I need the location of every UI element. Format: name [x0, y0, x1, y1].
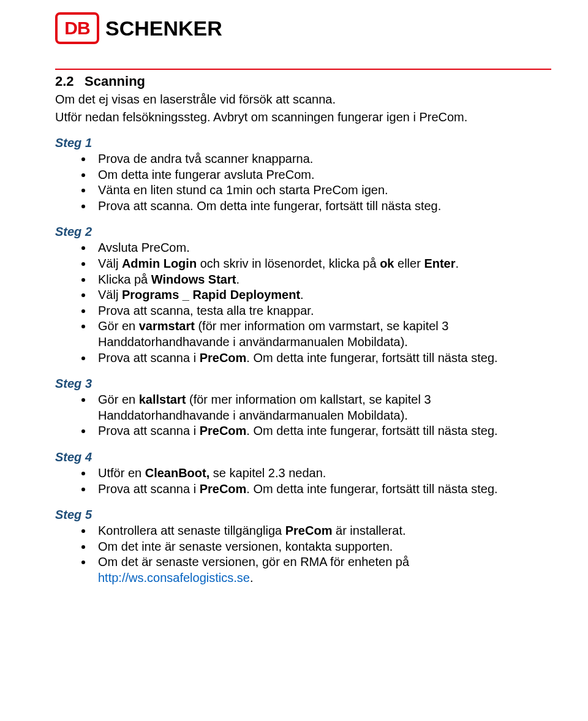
list-item: Prova att scanna. Om detta inte fungerar…	[93, 198, 551, 214]
list-item: Prova att scanna i PreCom. Om detta inte…	[93, 423, 551, 439]
step-4-list: Utför en CleanBoot, se kapitel 2.3 nedan…	[55, 466, 551, 497]
step-4-label: Steg 4	[55, 450, 551, 464]
db-logo-icon: DB	[55, 12, 99, 44]
intro-line-2: Utför nedan felsökningssteg. Avbryt om s…	[55, 110, 551, 125]
step-5-label: Steg 5	[55, 508, 551, 522]
section-title: Scanning	[85, 74, 145, 89]
intro-line-1: Om det ej visas en laserstråle vid försö…	[55, 92, 551, 107]
list-item: Gör en kallstart (för mer information om…	[93, 392, 551, 423]
list-item: Om detta inte fungerar avsluta PreCom.	[93, 167, 551, 183]
list-item: Utför en CleanBoot, se kapitel 2.3 nedan…	[93, 466, 551, 481]
section-heading: 2.2Scanning	[55, 74, 551, 89]
list-item: Välj Programs _ Rapid Deployment.	[93, 287, 551, 303]
step-5-list: Kontrollera att senaste tillgängliga Pre…	[55, 523, 551, 586]
divider	[55, 69, 551, 70]
section-number: 2.2	[55, 74, 85, 89]
schenker-wordmark: SCHENKER	[105, 17, 222, 40]
list-item: Om det inte är senaste versionen, kontak…	[93, 539, 551, 555]
list-item: Prova att scanna i PreCom. Om detta inte…	[93, 481, 551, 497]
list-item: Gör en varmstart (för mer information om…	[93, 319, 551, 350]
step-1-label: Steg 1	[55, 136, 551, 150]
brand-header: DB SCHENKER	[55, 12, 551, 44]
step-3-list: Gör en kallstart (för mer information om…	[55, 392, 551, 439]
rma-link[interactable]: http://ws.consafelogistics.se	[98, 571, 250, 584]
list-item: Välj Admin Login och skriv in lösenordet…	[93, 256, 551, 272]
step-2-label: Steg 2	[55, 225, 551, 239]
list-item: Om det är senaste versionen, gör en RMA …	[93, 554, 551, 586]
step-1-list: Prova de andra två scanner knapparna. Om…	[55, 151, 551, 214]
list-item: Vänta en liten stund ca 1min och starta …	[93, 183, 551, 198]
list-item: Prova att scanna i PreCom. Om detta inte…	[93, 350, 551, 366]
list-item: Prova att scanna, testa alla tre knappar…	[93, 303, 551, 319]
step-3-label: Steg 3	[55, 377, 551, 391]
list-item: Prova de andra två scanner knapparna.	[93, 151, 551, 167]
list-item: Avsluta PreCom.	[93, 240, 551, 256]
list-item: Klicka på Windows Start.	[93, 272, 551, 288]
list-item: Kontrollera att senaste tillgängliga Pre…	[93, 523, 551, 539]
step-2-list: Avsluta PreCom. Välj Admin Login och skr…	[55, 240, 551, 366]
